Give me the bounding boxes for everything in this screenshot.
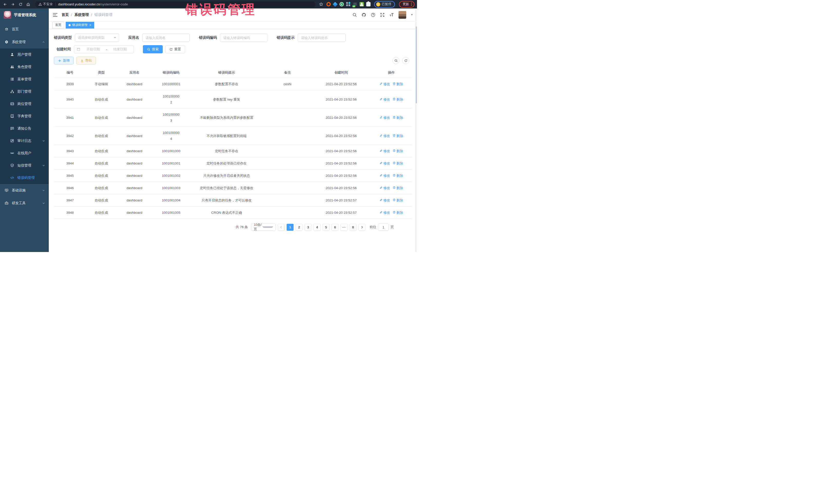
profile-paused-pill[interactable]: 已暂停	[374, 1, 395, 8]
sidebar-item-infrastructure[interactable]: 基础设施	[0, 184, 49, 197]
breadcrumb-item[interactable]: 首页	[62, 13, 69, 17]
delete-link[interactable]: 删除	[393, 115, 403, 120]
sidebar-item-audit-log[interactable]: 审计日志	[0, 135, 49, 147]
edit-link[interactable]: 修改	[379, 115, 390, 120]
scrollbar[interactable]	[415, 8, 417, 252]
cell-msg: 参数配置不存在	[190, 78, 263, 90]
update-button[interactable]: 更新	[399, 1, 414, 8]
delete-link[interactable]: 删除	[393, 96, 403, 103]
delete-link[interactable]: 删除	[393, 210, 403, 216]
sidebar-item-dev-tools[interactable]: 研发工具	[0, 197, 49, 210]
trash-icon	[393, 185, 396, 191]
gear-icon	[5, 40, 9, 44]
page-ellipsis[interactable]: ···	[341, 224, 348, 231]
app-logo[interactable]: 芋道管理系统	[0, 8, 49, 21]
breadcrumb-item[interactable]: 系统管理	[74, 13, 89, 17]
edit-link[interactable]: 修改	[379, 81, 390, 87]
edit-link[interactable]: 修改	[379, 96, 390, 103]
browser-reload-icon[interactable]	[18, 2, 23, 7]
scrollbar-thumb[interactable]	[416, 26, 417, 104]
edit-link[interactable]: 修改	[379, 133, 390, 139]
delete-link[interactable]: 删除	[393, 133, 403, 139]
sidebar-item-error-code-management[interactable]: 错误码管理	[0, 172, 49, 184]
address-bar[interactable]: 不安全 dashboard.yudao.iocoder.cn/system/er…	[35, 1, 315, 7]
avatar[interactable]	[398, 11, 406, 19]
browser-home-icon[interactable]	[26, 2, 30, 7]
page-button-2[interactable]: 2	[295, 224, 303, 231]
edit-link[interactable]: 修改	[379, 148, 390, 154]
browser-back-icon[interactable]	[3, 2, 7, 7]
blue-gem-extension-icon[interactable]	[333, 2, 338, 7]
sidebar-item-dept-management[interactable]: 部门管理	[0, 85, 49, 98]
fullscreen-icon[interactable]	[380, 13, 385, 17]
sidebar-item-user-management[interactable]: 用户管理	[0, 48, 49, 61]
reset-button[interactable]: 重置	[165, 45, 185, 53]
page-button-3[interactable]: 3	[305, 224, 311, 231]
page-button-5[interactable]: 5	[323, 224, 329, 231]
browser-forward-icon[interactable]	[10, 2, 15, 7]
prev-page-button[interactable]	[278, 224, 285, 231]
sidebar-item-post-management[interactable]: 岗位管理	[0, 98, 49, 110]
next-page-button[interactable]	[358, 224, 366, 231]
puzzle-extensions-icon[interactable]	[366, 2, 371, 6]
delete-link[interactable]: 删除	[393, 185, 403, 191]
delete-link[interactable]: 删除	[393, 173, 403, 179]
page-button-4[interactable]: 4	[313, 224, 321, 231]
sms-icon	[10, 163, 14, 168]
orange-ring-extension-icon[interactable]	[326, 2, 331, 6]
sidebar-item-online-users[interactable]: 在线用户	[0, 147, 49, 159]
page-button-8[interactable]: 8	[350, 224, 356, 231]
grid-extension-icon[interactable]	[346, 2, 351, 6]
edit-link[interactable]: 修改	[379, 160, 390, 166]
delete-link[interactable]: 删除	[393, 160, 403, 166]
edit-link[interactable]: 修改	[379, 185, 390, 191]
goto-input[interactable]	[378, 223, 389, 231]
list-extension-icon[interactable]: on	[353, 2, 357, 6]
delete-link[interactable]: 删除	[393, 148, 403, 154]
hamburger-icon[interactable]	[53, 13, 58, 17]
cell-app: dashboard	[116, 90, 152, 109]
refresh-button[interactable]	[402, 57, 409, 64]
app-name-input[interactable]	[142, 34, 190, 42]
sidebar-item-menu-management[interactable]: 菜单管理	[0, 73, 49, 85]
edit-link[interactable]: 修改	[379, 197, 390, 203]
edit-link[interactable]: 修改	[379, 210, 390, 216]
page-size-select[interactable]: 10条/页	[251, 223, 276, 231]
delete-label: 删除	[396, 115, 403, 120]
sidebar-item-label: 系统管理	[12, 40, 42, 44]
sidebar-item-role-management[interactable]: 角色管理	[0, 61, 49, 73]
green-user-extension-icon[interactable]	[359, 2, 364, 6]
font-size-icon[interactable]	[389, 13, 394, 17]
error-code-input[interactable]	[220, 34, 267, 42]
tag-item[interactable]: 首页	[52, 22, 64, 28]
search-icon[interactable]	[352, 13, 357, 17]
browser-menu-kebab-icon[interactable]	[411, 3, 412, 6]
caret-down-icon[interactable]	[411, 14, 413, 15]
search-toggle-button[interactable]	[392, 57, 399, 64]
export-button[interactable]: 导出	[76, 57, 96, 64]
delete-link[interactable]: 删除	[393, 197, 403, 203]
sidebar-item-dict-management[interactable]: 字典管理	[0, 110, 49, 123]
cell-app: dashboard	[116, 127, 152, 145]
bookmark-star-icon[interactable]	[319, 2, 323, 6]
close-icon[interactable]: ×	[89, 23, 91, 27]
search-button[interactable]: 搜索	[143, 45, 163, 53]
green-check-extension-icon[interactable]: v	[339, 2, 344, 6]
cell-app: dashboard	[116, 170, 152, 182]
tag-active[interactable]: 错误码管理×	[66, 22, 94, 28]
edit-icon	[379, 96, 382, 103]
date-range-picker[interactable]: 开始日期 - 结束日期	[74, 45, 134, 53]
error-type-select[interactable]: 请选择错误码类型	[75, 34, 119, 42]
sidebar-item-system-management[interactable]: 系统管理	[0, 36, 49, 48]
add-button[interactable]: 新增	[54, 57, 74, 64]
delete-link[interactable]: 删除	[393, 81, 403, 87]
error-hint-input[interactable]	[298, 34, 346, 42]
help-icon[interactable]	[371, 13, 375, 17]
github-icon[interactable]	[361, 13, 366, 17]
sidebar-item-home[interactable]: 首页	[0, 23, 49, 36]
page-button-1[interactable]: 1	[287, 224, 293, 231]
page-button-6[interactable]: 6	[332, 224, 338, 231]
sidebar-item-notice-announcement[interactable]: 通知公告	[0, 123, 49, 135]
edit-link[interactable]: 修改	[379, 173, 390, 179]
sidebar-item-sms-management[interactable]: 短信管理	[0, 159, 49, 172]
